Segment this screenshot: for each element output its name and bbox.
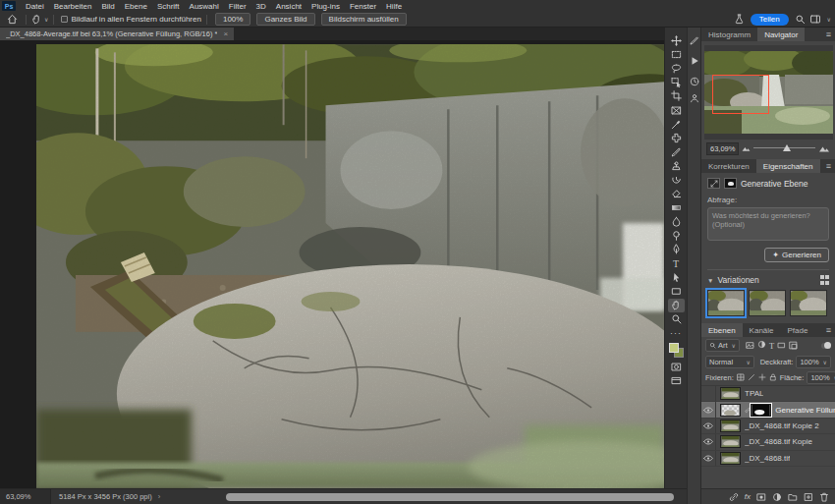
add-mask-icon[interactable] <box>756 492 766 502</box>
adjustment-layer-icon[interactable] <box>772 488 782 504</box>
status-zoom-field[interactable]: 63,09% <box>0 489 51 504</box>
blend-mode-select[interactable]: Normal∨ <box>705 356 754 368</box>
new-layer-icon[interactable] <box>804 492 813 502</box>
tab-kanaele[interactable]: Kanäle <box>743 323 781 337</box>
tab-pfade[interactable]: Pfade <box>781 323 815 337</box>
color-swatches[interactable] <box>669 343 684 358</box>
workspace-switcher-icon[interactable] <box>809 14 821 25</box>
layer-style-fx-icon[interactable]: fx <box>745 492 751 501</box>
lasso-tool[interactable] <box>668 61 685 75</box>
layer-thumbnail[interactable] <box>720 404 741 417</box>
menu-ansicht[interactable]: Ansicht <box>271 2 306 11</box>
variation-thumbnail-2[interactable] <box>749 290 786 316</box>
crop-tool[interactable] <box>668 89 685 103</box>
chevron-down-icon[interactable]: ∨ <box>827 16 831 23</box>
panel-menu-icon[interactable]: ≡ <box>822 323 835 337</box>
layer-filter-kind[interactable]: Art ∨ <box>705 339 740 352</box>
eyedropper-tool[interactable] <box>668 117 685 131</box>
variation-thumbnail-1[interactable] <box>707 290 745 316</box>
collapse-arrow-icon[interactable]: ▼ <box>707 277 713 284</box>
menu-datei[interactable]: Datei <box>21 2 49 11</box>
hand-tool-preset-icon[interactable] <box>31 14 42 25</box>
screen-mode-button[interactable] <box>668 373 685 387</box>
menu-auswahl[interactable]: Auswahl <box>185 2 224 11</box>
libraries-icon[interactable] <box>690 93 699 103</box>
zoom-in-mountain-icon[interactable] <box>818 143 830 153</box>
home-icon[interactable] <box>7 14 18 25</box>
fill-screen-button[interactable]: Bildschirm ausfüllen <box>321 13 407 26</box>
tab-navigator[interactable]: Navigator <box>757 28 805 41</box>
layer-thumbnail[interactable] <box>720 452 741 465</box>
layer-filter-toggle[interactable] <box>821 343 831 349</box>
layer-row-tpal[interactable]: TPAL <box>701 386 835 402</box>
menu-ebene[interactable]: Ebene <box>120 2 152 11</box>
navigator-zoom-slider[interactable] <box>753 143 815 153</box>
menu-hilfe[interactable]: Hilfe <box>381 2 407 11</box>
blur-tool[interactable] <box>668 214 685 228</box>
edit-toolbar-ellipsis[interactable]: ··· <box>668 326 685 340</box>
visibility-toggle[interactable] <box>701 451 716 466</box>
navigator-view-rectangle[interactable] <box>712 75 769 114</box>
clone-stamp-tool[interactable] <box>668 159 685 173</box>
filter-type-layers-icon[interactable]: T <box>769 341 774 351</box>
visibility-toggle[interactable] <box>701 402 716 417</box>
history-brush-tool[interactable] <box>668 173 685 187</box>
foreground-color-swatch[interactable] <box>669 343 679 353</box>
lock-all-icon[interactable] <box>769 373 777 381</box>
grid-view-icon[interactable] <box>820 275 830 285</box>
zoom-tool[interactable] <box>668 312 685 326</box>
new-group-folder-icon[interactable] <box>788 492 798 502</box>
close-tab-icon[interactable]: × <box>223 29 228 38</box>
layer-thumbnail[interactable] <box>720 435 741 448</box>
status-chevron-icon[interactable]: › <box>158 492 161 501</box>
tab-korrekturen[interactable]: Korrekturen <box>701 159 756 173</box>
scroll-all-windows-checkbox[interactable] <box>61 16 68 23</box>
navigator-zoom-field[interactable]: 63,09% <box>706 142 739 155</box>
actions-icon[interactable] <box>690 52 699 70</box>
menu-schrift[interactable]: Schrift <box>152 2 185 11</box>
quick-mask-button[interactable] <box>668 360 685 373</box>
menu-fenster[interactable]: Fenster <box>345 2 381 11</box>
filter-adjustment-layers-icon[interactable] <box>757 340 766 351</box>
tab-eigenschaften[interactable]: Eigenschaften <box>756 159 820 173</box>
lock-pixels-icon[interactable] <box>748 373 755 381</box>
visibility-toggle[interactable] <box>701 419 716 433</box>
path-selection-tool[interactable] <box>668 270 685 284</box>
hand-tool[interactable] <box>668 299 685 312</box>
fit-screen-button[interactable]: Ganzes Bild <box>256 13 314 26</box>
document-tab[interactable]: _DX_4868-Average.tif bei 63,1% (Generati… <box>0 28 234 40</box>
filter-shape-layers-icon[interactable] <box>777 341 786 350</box>
gradient-tool[interactable] <box>668 200 685 214</box>
layer-row-base[interactable]: _DX_4868.tif <box>701 451 835 467</box>
variation-thumbnail-3[interactable] <box>790 290 827 316</box>
link-layers-icon[interactable] <box>729 492 739 502</box>
tab-histogramm[interactable]: Histogramm <box>701 28 757 41</box>
move-tool[interactable] <box>668 33 685 47</box>
filter-smart-object-icon[interactable] <box>789 341 798 350</box>
type-tool[interactable]: T <box>668 256 685 270</box>
chevron-down-icon[interactable]: ∨ <box>44 16 48 23</box>
healing-brush-tool[interactable] <box>668 131 685 144</box>
marquee-tool[interactable] <box>668 47 685 61</box>
filter-pixel-layers-icon[interactable] <box>746 341 754 350</box>
brush-settings-icon[interactable] <box>690 35 699 45</box>
visibility-toggle[interactable] <box>701 434 716 449</box>
opacity-field[interactable]: 100%∨ <box>796 356 831 368</box>
shape-tool[interactable] <box>668 284 685 298</box>
zoom-100-button[interactable]: 100% <box>215 13 250 26</box>
menu-bearbeiten[interactable]: Bearbeiten <box>49 2 97 11</box>
fill-field[interactable]: 100%∨ <box>807 371 835 384</box>
prompt-input[interactable] <box>707 207 829 241</box>
menu-bild[interactable]: Bild <box>96 2 119 11</box>
search-icon[interactable] <box>795 14 806 25</box>
share-button[interactable]: Teilen <box>751 14 789 26</box>
frame-tool[interactable] <box>668 103 685 117</box>
lock-position-icon[interactable] <box>758 373 766 381</box>
panel-menu-icon[interactable]: ≡ <box>822 159 835 173</box>
layer-row-kopie[interactable]: _DX_4868.tif Kopie <box>701 434 835 450</box>
history-icon[interactable] <box>690 77 699 86</box>
navigator-preview[interactable] <box>704 45 833 140</box>
layer-thumbnail[interactable] <box>720 387 741 400</box>
zoom-out-mountain-icon[interactable] <box>742 144 751 152</box>
menu-3d[interactable]: 3D <box>251 2 271 11</box>
